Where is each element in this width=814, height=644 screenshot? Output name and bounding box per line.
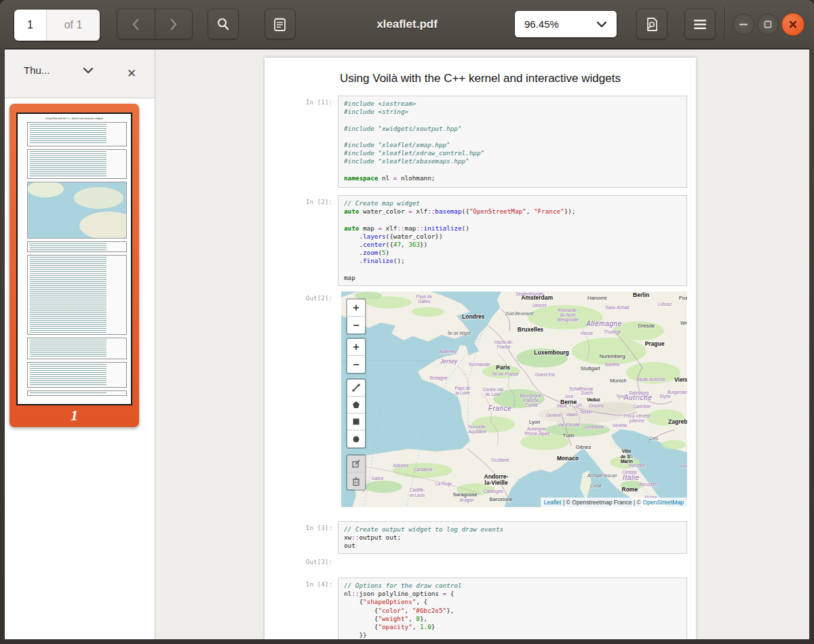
draw-rectangle-button[interactable] <box>347 414 365 430</box>
code-line <box>344 266 681 274</box>
code-line <box>344 116 681 124</box>
map-label: Andorre- la-Vieille <box>484 474 509 487</box>
thumbnail-page-number: 1 <box>9 407 139 424</box>
map-label: France <box>488 405 512 412</box>
draw-polyline-button[interactable] <box>347 380 365 397</box>
map-label: Bourgogne- Franche- Comté <box>520 393 543 408</box>
map-label: Ville de S'- Marin <box>621 449 633 464</box>
code-line: .layers({water_color}) <box>344 233 681 241</box>
map-label: Zurich <box>581 391 593 396</box>
draw-polygon-button[interactable] <box>347 397 365 414</box>
previous-page-button[interactable] <box>117 9 155 39</box>
map-label: Pays de la Loire <box>454 386 470 395</box>
map-label: Saxe-Anhalt <box>606 305 629 310</box>
sidebar-close-button[interactable]: ✕ <box>124 66 139 81</box>
page-number-widget[interactable]: 1 of 1 <box>14 9 100 41</box>
map-label: Île de Wight <box>448 331 471 336</box>
map-label: Hva <box>680 464 687 468</box>
code-line: auto map = xlf::map::initialize() <box>344 224 681 233</box>
minimize-button[interactable] <box>733 14 754 35</box>
zoom-in-button[interactable]: + <box>347 339 365 356</box>
thumbnail-code-block <box>27 390 127 396</box>
code-line: {"shapeOptions", { <box>344 598 681 606</box>
map-label: Valais <box>566 413 577 418</box>
map-label: Alderney <box>439 349 456 354</box>
draw-circle-button[interactable] <box>347 430 365 447</box>
map-label: Val d'Aoste <box>558 422 580 427</box>
map-label: Île-de-France <box>492 371 518 376</box>
map-label: Abruzzes <box>639 482 657 487</box>
window-border <box>0 639 814 644</box>
cell-prompt: Out[2]: <box>265 294 332 302</box>
map-label: Uri <box>577 403 582 407</box>
map-label: Asturies <box>393 464 408 468</box>
zoom-control-1: + − <box>346 298 366 335</box>
document-view-area[interactable]: Using Voilà with the C++ kernel and inte… <box>155 49 809 639</box>
thumbnail-code-block <box>27 338 127 359</box>
annotations-button[interactable] <box>265 9 296 39</box>
search-button[interactable] <box>208 9 239 39</box>
cell-prompt: In [3]: <box>265 524 332 531</box>
edit-layers-button[interactable] <box>347 456 365 472</box>
page-thumbnail-selected[interactable]: Using Voilà with the C++ kernel and inte… <box>9 104 139 427</box>
menu-button[interactable] <box>684 9 716 39</box>
next-page-button[interactable] <box>155 9 193 39</box>
map-label: Grisons <box>589 404 604 409</box>
delete-layers-button[interactable] <box>347 472 365 489</box>
map-label: Vaduz <box>587 397 600 403</box>
toolbar: 1 of 1 xleaflet.pdf 96.45% <box>0 0 814 49</box>
thumbnails-sidebar: Thu... ✕ Using Voilà with the C++ kernel… <box>5 49 155 639</box>
code-line: #include <iostream> <box>344 100 681 108</box>
code-line: auto water_color = xlf::basemap({"OpenSt… <box>344 207 681 216</box>
code-cell-in3: // Create output widget to log draw even… <box>338 521 687 554</box>
cell-prompt: In [1]: <box>265 98 332 106</box>
leaflet-link[interactable]: Leaflet <box>544 499 562 506</box>
hamburger-icon <box>693 19 707 30</box>
map-label: Nuremberg <box>600 353 625 359</box>
window-border <box>809 48 814 644</box>
document-magnifier-icon <box>644 16 659 33</box>
map-label: Cantabrie <box>414 467 433 472</box>
code-line: nl::json polyline_options = { <box>344 590 681 598</box>
zoom-in-button[interactable]: + <box>347 300 365 317</box>
map-label: Hanovre <box>587 296 607 302</box>
code-line: #include "xwidgets/xoutput.hpp" <box>344 125 681 133</box>
maximize-button[interactable] <box>757 14 779 35</box>
page-number-input[interactable]: 1 <box>14 9 47 41</box>
map-label: Grand Est <box>535 372 555 377</box>
map-label: Saragosse <box>452 492 477 498</box>
map-label: Munich <box>610 378 626 384</box>
sidebar-pane-selector[interactable]: Thu... <box>24 64 50 76</box>
chevron-down-icon[interactable] <box>83 67 94 74</box>
map-label: Barcelone <box>490 497 513 503</box>
pdf-page: Using Voilà with the C++ kernel and inte… <box>265 58 696 639</box>
map-label: Carinthie <box>633 404 651 409</box>
window-border <box>0 48 5 644</box>
thumbnail-code-block <box>27 122 127 146</box>
map-label: Bruxelles <box>518 327 543 334</box>
code-line: #include <string> <box>344 108 681 116</box>
map-label: Jura <box>564 394 573 399</box>
cell-prompt: In [4]: <box>265 580 332 588</box>
map-label: Lubusz <box>658 302 672 306</box>
window-title: xleaflet.pdf <box>298 0 516 48</box>
rectangle-icon <box>351 416 362 427</box>
zoom-out-button[interactable]: − <box>347 317 365 334</box>
close-icon <box>788 20 798 29</box>
code-line: {"weight", 8}, <box>344 615 681 623</box>
map-label: Vénétie <box>613 424 627 428</box>
close-button[interactable] <box>781 13 805 36</box>
zoom-out-button[interactable]: − <box>347 356 365 373</box>
leaflet-map-output[interactable]: Pays de GallesLondresÎle de WightSeptent… <box>341 291 687 507</box>
code-line: out <box>344 542 681 550</box>
openstreetmap-link[interactable]: OpenStreetMap <box>642 499 684 506</box>
map-label: Occitanie <box>491 458 509 462</box>
code-cell-in2: // Create map widgetauto water_color = x… <box>338 195 687 286</box>
zoom-level-dropdown[interactable]: 96.45% <box>514 10 617 38</box>
map-label: Corse <box>590 483 602 488</box>
edit-toolbar <box>346 454 366 491</box>
map-label: Vaud <box>557 403 566 408</box>
map-label: Thuringe <box>604 330 621 335</box>
circle-icon <box>351 434 362 445</box>
document-properties-button[interactable] <box>636 9 667 39</box>
